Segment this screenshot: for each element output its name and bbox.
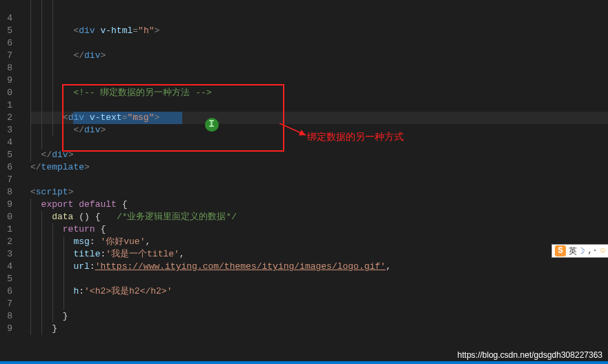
line-number: 6 [0,161,12,174]
code-line[interactable] [30,62,608,74]
code-line[interactable] [30,174,608,186]
line-number: 5 [0,25,12,37]
ime-logo-icon: S [555,245,566,256]
line-number: 6 [0,285,12,298]
code-line[interactable]: } [30,323,608,335]
line-number [0,0,12,12]
line-number: 7 [0,174,12,186]
line-number: 5 [0,273,12,285]
line-number: 8 [0,310,12,323]
line-number: 5 [0,149,12,161]
code-line[interactable]: <div v-html="h"> [30,25,608,37]
line-number: 0 [0,211,12,223]
line-number-gutter: 4 5 6 7 8 9 0 1 2 3 4 5 6 7 8 9 0 1 2 3 … [0,0,18,364]
code-line[interactable]: <script> [30,186,608,199]
annotation-label: 绑定数据的另一种方式 [307,131,404,143]
code-editor[interactable]: 4 5 6 7 8 9 0 1 2 3 4 5 6 7 8 9 0 1 2 3 … [0,0,608,364]
line-number: 4 [0,136,12,149]
code-line[interactable] [30,273,608,285]
code-line[interactable]: } [30,310,608,323]
line-number: 2 [0,236,12,248]
code-line[interactable]: msg: '你好vue', [30,236,608,248]
code-line[interactable] [30,99,608,112]
line-number: 0 [0,87,12,99]
code-line[interactable]: </div> [30,50,608,62]
ime-toolbar[interactable]: S 英 ☽ ,· ☺ [551,244,608,258]
fold-column [18,0,28,364]
code-line[interactable] [30,298,608,310]
line-number: 9 [0,199,12,211]
status-bar [0,361,608,364]
code-line[interactable] [30,0,608,12]
code-line-active[interactable]: <div v-text="msg"> [30,112,608,124]
smile-icon[interactable]: ☺ [600,246,605,256]
code-line[interactable] [30,37,608,50]
code-line[interactable]: title:'我是一个title', [30,248,608,261]
line-number: 7 [0,50,12,62]
text-cursor-icon: I [208,119,215,130]
line-number: 3 [0,124,12,136]
line-number: 4 [0,12,12,25]
code-line[interactable] [30,74,608,87]
line-number: 1 [0,99,12,112]
line-number: 8 [0,186,12,199]
line-number: 3 [0,248,12,261]
line-number: 4 [0,261,12,273]
line-number: 1 [0,223,12,236]
watermark-text: https://blog.csdn.net/gdsgdh308227363 [458,350,602,360]
line-number: 7 [0,298,12,310]
code-line[interactable] [30,12,608,25]
code-line[interactable]: return { [30,223,608,236]
code-line[interactable]: url:'https://www.itying.com/themes/ityin… [30,261,608,273]
code-area[interactable]: <div v-html="h"> </div> <!-- 绑定数据的另一种方法 … [28,0,608,364]
line-number: 9 [0,323,12,335]
ime-punct-toggle[interactable]: ,· [587,246,597,256]
code-line[interactable]: <!-- 绑定数据的另一种方法 --> [30,87,608,99]
line-number: 2 [0,112,12,124]
code-line[interactable]: </div> [30,149,608,161]
moon-icon[interactable]: ☽ [580,246,585,256]
line-number: 6 [0,37,12,50]
code-line[interactable]: data () { /*业务逻辑里面定义的数据*/ [30,211,608,223]
ime-lang-toggle[interactable]: 英 [569,245,577,257]
code-line[interactable]: h:'<h2>我是h2</h2>' [30,285,608,298]
code-line[interactable]: </template> [30,161,608,174]
line-number: 8 [0,62,12,74]
code-line[interactable]: export default { [30,199,608,211]
line-number: 9 [0,74,12,87]
